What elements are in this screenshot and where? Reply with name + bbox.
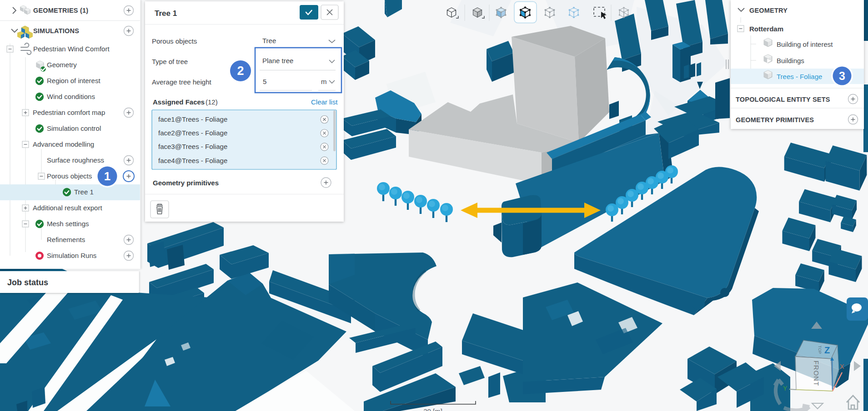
svg-text:Y: Y (783, 385, 788, 392)
svg-text:(12): (12) (206, 98, 218, 106)
svg-text:FRONT: FRONT (813, 361, 820, 386)
svg-text:Z: Z (824, 345, 830, 355)
svg-text:Porous objects: Porous objects (47, 172, 92, 180)
svg-text:Rotterdam: Rotterdam (749, 25, 783, 33)
svg-text:face3@Trees - Foliage: face3@Trees - Foliage (158, 143, 227, 150)
svg-text:Pedestrian comfort map: Pedestrian comfort map (33, 109, 105, 116)
svg-text:Type of tree: Type of tree (152, 58, 188, 65)
svg-text:Tree: Tree (262, 37, 276, 45)
svg-text:Additional result export: Additional result export (33, 204, 102, 212)
svg-text:GEOMETRY: GEOMETRY (749, 7, 788, 14)
svg-text:Clear list: Clear list (311, 98, 338, 106)
svg-text:m: m (321, 78, 327, 85)
svg-text:face1@Trees - Foliage: face1@Trees - Foliage (158, 115, 227, 123)
svg-text:3: 3 (839, 69, 845, 82)
svg-text:Buildings: Buildings (777, 57, 804, 64)
svg-text:Mesh settings: Mesh settings (47, 220, 89, 228)
svg-text:20 [m]: 20 [m] (423, 407, 442, 411)
svg-text:Trees - Foliage: Trees - Foliage (777, 73, 822, 80)
svg-text:TOPOLOGICAL ENTITY SETS: TOPOLOGICAL ENTITY SETS (736, 96, 830, 103)
svg-text:1: 1 (104, 169, 110, 183)
svg-text:Geometry: Geometry (47, 61, 77, 69)
svg-text:Pedestrian Wind Comfort: Pedestrian Wind Comfort (33, 45, 110, 53)
svg-text:face2@Trees - Foliage: face2@Trees - Foliage (158, 129, 227, 137)
svg-text:SIMULATIONS: SIMULATIONS (33, 27, 79, 35)
svg-text:GEOMETRY PRIMITIVES: GEOMETRY PRIMITIVES (736, 116, 814, 124)
svg-text:Building of interest: Building of interest (777, 40, 833, 48)
svg-text:2: 2 (237, 64, 244, 78)
svg-text:face4@Trees - Foliage: face4@Trees - Foliage (158, 157, 227, 164)
svg-text:Surface roughness: Surface roughness (47, 156, 104, 164)
svg-text:Tree 1: Tree 1 (74, 188, 94, 196)
svg-text:Plane tree: Plane tree (262, 57, 293, 64)
svg-text:GEOMETRIES (1): GEOMETRIES (1) (33, 7, 88, 14)
svg-text:Advanced modelling: Advanced modelling (33, 140, 94, 148)
svg-text:Porous objects: Porous objects (152, 37, 197, 45)
svg-text:Geometry primitives: Geometry primitives (153, 179, 219, 187)
svg-text:Average tree height: Average tree height (152, 78, 211, 86)
svg-text:Region of interest: Region of interest (47, 77, 100, 84)
svg-text:5: 5 (263, 78, 266, 85)
svg-text:Wind conditions: Wind conditions (47, 93, 95, 100)
svg-text:Tree 1: Tree 1 (155, 9, 177, 18)
svg-text:Assigned Faces: Assigned Faces (153, 98, 205, 106)
svg-text:TOP: TOP (818, 346, 822, 354)
svg-text:Job status: Job status (7, 278, 48, 287)
svg-text:Simulation Runs: Simulation Runs (47, 252, 96, 259)
svg-text:X: X (840, 363, 844, 370)
svg-text:Refinements: Refinements (47, 236, 85, 243)
svg-text:Simulation control: Simulation control (47, 124, 101, 132)
